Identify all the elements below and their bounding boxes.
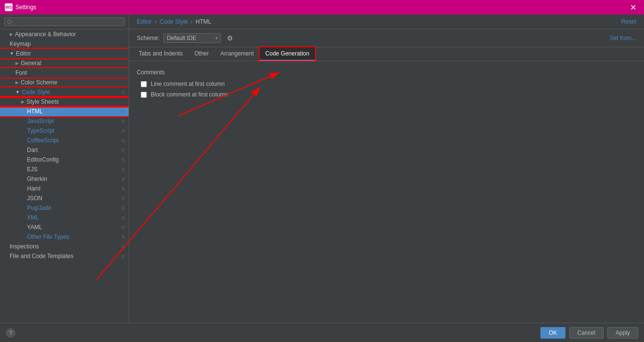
expand-arrow: ▶	[10, 32, 13, 37]
expand-arrow: ▼	[15, 90, 20, 95]
copy-icon: ⎘	[122, 157, 125, 163]
sidebar-item-keymap[interactable]: Keymap	[0, 39, 129, 49]
copy-icon: ⎘	[122, 90, 125, 95]
sidebar-item-dart[interactable]: Dart ⎘	[0, 145, 129, 155]
breadcrumb-code-style[interactable]: Code Style	[159, 18, 188, 25]
search-input[interactable]	[4, 17, 125, 26]
set-from-button[interactable]: Set from...	[610, 35, 636, 41]
sidebar-item-label: JSON	[27, 195, 42, 202]
ok-button[interactable]: OK	[540, 327, 565, 339]
sidebar-item-general[interactable]: ▶ General	[0, 58, 129, 68]
window-title: Settings	[15, 4, 36, 11]
sidebar-item-font[interactable]: Font	[0, 68, 129, 78]
expand-arrow: ▶	[15, 80, 19, 85]
sidebar-item-label: Editor	[16, 50, 31, 57]
sidebar-item-label: Code Style	[22, 89, 50, 96]
reset-button[interactable]: Reset	[621, 18, 636, 25]
bottom-buttons: OK Cancel Apply	[540, 327, 638, 339]
sidebar-item-pug-jade[interactable]: Pug/Jade ⎘	[0, 203, 129, 213]
copy-icon: ⎘	[122, 148, 125, 153]
breadcrumb-nav: Editor › Code Style › HTML	[137, 18, 211, 25]
tab-tabs-indents[interactable]: Tabs and Indents	[133, 47, 188, 61]
sidebar-item-json[interactable]: JSON ⎘	[0, 193, 129, 203]
main-layout: ▶ Appearance & Behavior Keymap ▼ Editor …	[0, 14, 644, 323]
tab-other[interactable]: Other	[188, 47, 214, 61]
block-comment-label[interactable]: Block comment at first column	[151, 91, 228, 98]
breadcrumb-sep1: ›	[155, 18, 157, 25]
line-comment-label[interactable]: Line comment at first column	[151, 81, 224, 87]
sidebar-item-javascript[interactable]: JavaScript ⎘	[0, 116, 129, 126]
sidebar-item-style-sheets[interactable]: ▶ Style Sheets	[0, 97, 129, 107]
sidebar-item-file-code-templates[interactable]: File and Code Templates ⎘	[0, 251, 129, 261]
sidebar-item-code-style[interactable]: ▼ Code Style ⎘	[0, 87, 129, 97]
app-icon: WS	[5, 3, 13, 11]
sidebar-item-label: TypeScript	[27, 127, 54, 134]
sidebar-item-xml[interactable]: XML ⎘	[0, 213, 129, 222]
sidebar-item-label: Font	[15, 69, 27, 76]
sidebar-item-label: Keymap	[10, 41, 31, 47]
sidebar-item-label: Appearance & Behavior	[15, 31, 76, 38]
sidebar-item-label: XML	[27, 214, 39, 221]
breadcrumb-html: HTML	[196, 18, 211, 25]
sidebar-item-appearance[interactable]: ▶ Appearance & Behavior	[0, 29, 129, 39]
sidebar-item-label: HTML	[27, 108, 43, 115]
sidebar-item-label: Other File Types	[27, 233, 69, 240]
block-comment-checkbox[interactable]	[141, 92, 147, 98]
copy-icon: ⎘	[122, 138, 125, 143]
help-button[interactable]: ?	[6, 328, 15, 338]
sidebar-item-label: EditorConfig	[27, 156, 59, 163]
sidebar-item-yaml[interactable]: YAML ⎘	[0, 222, 129, 232]
sidebar-item-inspections[interactable]: Inspections ⎘	[0, 242, 129, 251]
breadcrumb: Editor › Code Style › HTML Reset	[129, 14, 644, 29]
breadcrumb-editor[interactable]: Editor	[137, 18, 152, 25]
sidebar-item-other-file-types[interactable]: Other File Types ⎘	[0, 232, 129, 242]
copy-icon: ⎘	[122, 109, 125, 114]
sidebar-item-label: EJS	[27, 166, 38, 173]
sidebar-item-label: Inspections	[10, 243, 39, 250]
scheme-row: Scheme: Default IDE ⚙ Set from...	[129, 29, 644, 47]
checkbox-row-1: Line comment at first column	[141, 81, 636, 87]
sidebar: ▶ Appearance & Behavior Keymap ▼ Editor …	[0, 14, 129, 323]
title-bar-left: WS Settings	[5, 3, 36, 11]
sidebar-item-coffeescript[interactable]: CoffeeScript ⎘	[0, 136, 129, 145]
sidebar-item-html[interactable]: HTML ⎘	[0, 107, 129, 116]
copy-icon: ⎘	[122, 254, 125, 259]
copy-icon: ⎘	[122, 225, 125, 230]
scheme-label: Scheme:	[137, 35, 159, 41]
copy-icon: ⎘	[122, 128, 125, 134]
sidebar-item-label: CoffeeScript	[27, 137, 59, 144]
copy-icon: ⎘	[122, 215, 125, 220]
close-button[interactable]: ✕	[627, 2, 639, 13]
tab-code-generation[interactable]: Code Generation	[260, 47, 315, 61]
copy-icon: ⎘	[122, 196, 125, 201]
sidebar-item-haml[interactable]: Haml ⎘	[0, 184, 129, 193]
line-comment-checkbox[interactable]	[141, 81, 147, 87]
cancel-button[interactable]: Cancel	[569, 327, 604, 339]
copy-icon: ⎘	[122, 186, 125, 192]
sidebar-item-label: Color Scheme	[21, 79, 57, 86]
scheme-select-wrap: Default IDE	[163, 33, 221, 43]
breadcrumb-sep2: ›	[191, 18, 193, 25]
tab-arrangement[interactable]: Arrangement	[214, 47, 259, 61]
title-bar: WS Settings ✕	[0, 0, 644, 14]
tab-content: Comments Line comment at first column Bl…	[129, 61, 644, 323]
apply-button[interactable]: Apply	[607, 327, 638, 339]
sidebar-item-ejs[interactable]: EJS ⎘	[0, 164, 129, 174]
copy-icon: ⎘	[122, 244, 125, 249]
sidebar-item-label: Style Sheets	[26, 98, 59, 105]
sidebar-search	[0, 14, 129, 29]
sidebar-item-color-scheme[interactable]: ▶ Color Scheme	[0, 78, 129, 87]
sidebar-item-editor[interactable]: ▼ Editor	[0, 49, 129, 58]
copy-icon: ⎘	[122, 205, 125, 211]
sidebar-item-typescript[interactable]: TypeScript ⎘	[0, 126, 129, 136]
expand-arrow: ▶	[15, 61, 19, 66]
scheme-select[interactable]: Default IDE	[163, 33, 221, 43]
sidebar-item-gherkin[interactable]: Gherkin ⎘	[0, 174, 129, 184]
gear-button[interactable]: ⚙	[225, 33, 235, 43]
bottom-bar: ? OK Cancel Apply	[0, 323, 644, 342]
expand-arrow: ▶	[21, 99, 25, 104]
sidebar-item-label: File and Code Templates	[10, 253, 74, 260]
sidebar-item-editorconfig[interactable]: EditorConfig ⎘	[0, 155, 129, 164]
copy-icon: ⎘	[122, 167, 125, 172]
copy-icon: ⎘	[122, 177, 125, 182]
